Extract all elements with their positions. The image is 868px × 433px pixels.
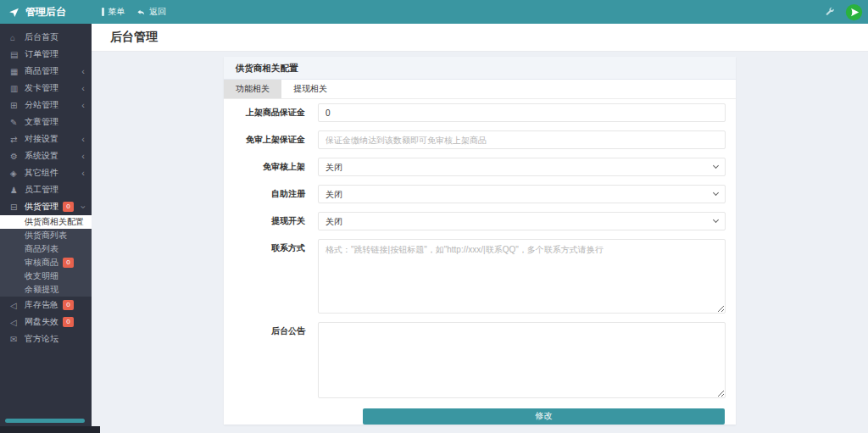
sidebar-item-label: 供货管理 — [25, 201, 58, 213]
submenu-item-supplier-list[interactable]: 供货商列表 — [0, 229, 92, 242]
submenu-item-goods-list[interactable]: 商品列表 — [0, 242, 92, 256]
page-header: 后台管理 — [92, 24, 868, 52]
sidebar-item-orders[interactable]: ▤ 订单管理 — [0, 46, 92, 63]
self-register-label: 自助注册 — [224, 185, 305, 203]
topbar-right — [825, 3, 868, 21]
save-button[interactable]: 修改 — [363, 408, 725, 425]
sidebar-item-label: 发卡管理 — [25, 82, 58, 94]
deposit-control — [318, 103, 726, 122]
form-row: 上架商品保证金 — [224, 103, 726, 122]
sidebar-item-label: 库存告急 — [25, 299, 58, 311]
sidebar-item-label: 系统设置 — [25, 150, 58, 162]
sidebar-item-system-settings[interactable]: ⚙ 系统设置 ‹ — [0, 147, 92, 164]
brand-logo[interactable]: 管理后台 — [0, 0, 92, 24]
sidebar-scrollbar-thumb[interactable] — [5, 419, 85, 423]
substation-icon: ⊞ — [10, 101, 25, 110]
submenu-item-supplier-config[interactable]: 供货商相关配置 — [0, 215, 92, 229]
submenu-item-income-detail[interactable]: 收支明细 — [0, 269, 92, 283]
withdraw-switch-label: 提现开关 — [224, 212, 305, 230]
form-row: 联系方式 — [224, 239, 726, 314]
sidebar: ⌂ 后台首页 ▤ 订单管理 ▦ 商品管理 ‹ ▥ 发卡管理 ‹ ⊞ 分站管理 ‹… — [0, 24, 92, 426]
brand-title: 管理后台 — [25, 5, 66, 19]
self-register-select[interactable]: 关闭 — [318, 185, 726, 203]
sidebar-nav: ⌂ 后台首页 ▤ 订单管理 ▦ 商品管理 ‹ ▥ 发卡管理 ‹ ⊞ 分站管理 ‹… — [0, 24, 92, 347]
deposit-input[interactable] — [318, 103, 726, 122]
notice-label: 后台公告 — [224, 322, 305, 398]
tab-function-related[interactable]: 功能相关 — [224, 80, 281, 98]
paper-plane-icon — [8, 7, 19, 18]
menu-link-label: 菜单 — [108, 6, 125, 18]
alert-icon: ◁ — [10, 301, 25, 310]
integration-icon: ⇄ — [10, 135, 25, 144]
sidebar-item-label: 官方论坛 — [25, 333, 58, 345]
submenu-item-audit-goods[interactable]: 审核商品 0 — [0, 256, 92, 269]
sidebar-item-integration[interactable]: ⇄ 对接设置 ‹ — [0, 130, 92, 147]
form-row: 自助注册 关闭 — [224, 185, 726, 203]
sidebar-item-label: 商品管理 — [25, 65, 58, 77]
card-tabs: 功能相关 提现相关 — [224, 80, 736, 99]
page-title: 后台管理 — [110, 30, 158, 45]
sidebar-item-label: 文章管理 — [25, 116, 58, 128]
submenu-item-label: 供货商列表 — [25, 230, 67, 241]
submenu-item-label: 商品列表 — [25, 243, 58, 255]
deposit-label: 上架商品保证金 — [224, 103, 305, 122]
sidebar-item-label: 网盘失效 — [25, 316, 58, 328]
back-link[interactable]: 返回 — [136, 6, 166, 18]
submenu-item-label: 审核商品 — [25, 257, 58, 269]
submenu-item-balance-withdraw[interactable]: 余额提现 — [0, 283, 92, 297]
sidebar-item-substation[interactable]: ⊞ 分站管理 ‹ — [0, 97, 92, 114]
sidebar-item-official-forum[interactable]: ✉ 官方论坛 — [0, 330, 92, 347]
cards-icon: ▥ — [10, 84, 25, 93]
withdraw-switch-select[interactable]: 关闭 — [318, 212, 726, 230]
browser-play-icon[interactable] — [845, 3, 863, 21]
sidebar-item-home[interactable]: ⌂ 后台首页 — [0, 29, 92, 46]
sidebar-item-label: 后台首页 — [25, 31, 58, 43]
chevron-left-icon: ‹ — [81, 101, 85, 110]
sidebar-item-label: 对接设置 — [25, 133, 58, 145]
form-row: 免审核上架 关闭 — [224, 158, 726, 176]
bottom-scrollbar-track — [0, 426, 100, 433]
submenu-item-label: 供货商相关配置 — [25, 216, 84, 228]
notice-textarea[interactable] — [318, 322, 726, 398]
status-badge: 0 — [63, 300, 74, 310]
supply-submenu: 供货商相关配置 供货商列表 商品列表 审核商品 0 收支明细 余额提现 — [0, 215, 92, 297]
orders-icon: ▤ — [10, 50, 25, 59]
contact-textarea[interactable] — [318, 239, 726, 314]
supplier-config-form: 上架商品保证金 免审上架保证金 免审核上架 关闭 — [224, 99, 736, 425]
form-row: 后台公告 — [224, 322, 726, 398]
chevron-left-icon: ‹ — [81, 135, 85, 144]
notice-control — [318, 322, 726, 398]
free-deposit-label: 免审上架保证金 — [224, 130, 305, 149]
submenu-item-label: 收支明细 — [25, 270, 58, 282]
reply-arrow-icon — [136, 8, 146, 17]
home-icon: ⌂ — [10, 33, 25, 42]
contact-control — [318, 239, 726, 314]
topbar: 管理后台 菜单 返回 — [0, 0, 868, 24]
chevron-left-icon: ‹ — [81, 169, 85, 178]
wrench-icon[interactable] — [825, 7, 835, 17]
gear-icon: ⚙ — [10, 152, 25, 161]
sidebar-item-stock-alert[interactable]: ◁ 库存告急 0 — [0, 297, 92, 314]
sidebar-item-components[interactable]: ◈ 其它组件 ‹ — [0, 164, 92, 181]
components-icon: ◈ — [10, 169, 25, 178]
main-area: 后台管理 供货商相关配置 功能相关 提现相关 上架商品保证金 免审上架保证金 — [92, 24, 868, 433]
withdraw-switch-control: 关闭 — [318, 212, 726, 230]
articles-icon: ✎ — [10, 118, 25, 127]
sidebar-item-supply[interactable]: ⊟ 供货管理 0 ‹ — [0, 198, 92, 215]
chevron-down-icon: ‹ — [79, 205, 88, 208]
tab-withdraw-related[interactable]: 提现相关 — [281, 80, 339, 98]
sidebar-item-label: 订单管理 — [25, 48, 58, 60]
self-register-control: 关闭 — [318, 185, 726, 203]
sidebar-item-articles[interactable]: ✎ 文章管理 — [0, 114, 92, 130]
menu-link[interactable]: 菜单 — [102, 6, 125, 18]
sidebar-item-cards[interactable]: ▥ 发卡管理 ‹ — [0, 80, 92, 97]
sidebar-item-staff[interactable]: ♟ 员工管理 — [0, 181, 92, 198]
free-audit-label: 免审核上架 — [224, 158, 305, 176]
sidebar-item-goods[interactable]: ▦ 商品管理 ‹ — [0, 63, 92, 80]
free-deposit-input[interactable] — [318, 130, 726, 149]
form-row: 提现开关 关闭 — [224, 212, 726, 230]
card-title: 供货商相关配置 — [224, 57, 736, 80]
free-audit-select[interactable]: 关闭 — [318, 158, 726, 176]
sidebar-item-netdisk-invalid[interactable]: ◁ 网盘失效 0 — [0, 314, 92, 330]
contact-label: 联系方式 — [224, 239, 305, 314]
